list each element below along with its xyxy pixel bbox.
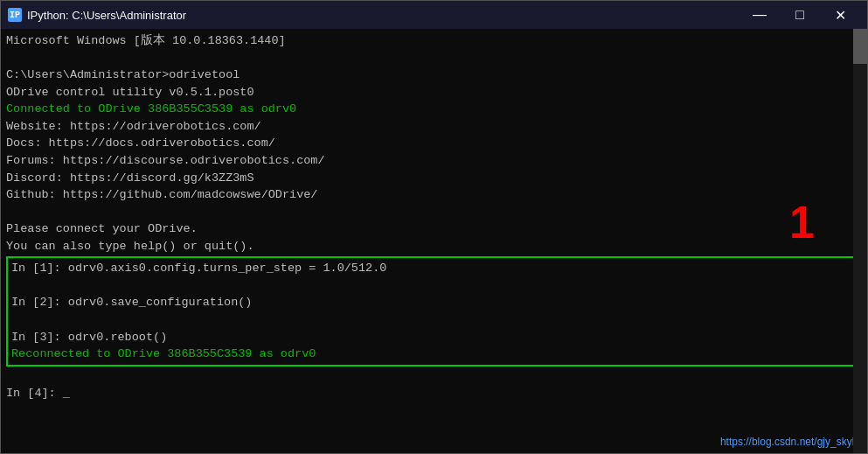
terminal-line: Website: https://odriverobotics.com/ — [6, 118, 862, 136]
terminal-line: Please connect your ODrive. — [6, 220, 862, 238]
window-controls: — □ ✕ — [740, 1, 860, 29]
terminal-line: Github: https://github.com/madcowswe/ODr… — [6, 186, 862, 204]
terminal-line-in2: In [2]: odrv0.save_configuration() — [11, 294, 850, 311]
terminal-line-in1: In [1]: odrv0.axis0.config.turns_per_ste… — [11, 260, 850, 277]
terminal-line — [11, 311, 850, 329]
window-title: IPython: C:\Users\Administrator — [27, 9, 186, 22]
watermark: https://blog.csdn.net/gjy_skybl — [720, 436, 860, 448]
terminal-line: Microsoft Windows [版本 10.0.18363.1440] — [6, 32, 862, 50]
terminal-line-connected: Connected to ODrive 386B355C3539 as odrv… — [6, 101, 862, 118]
terminal-prompt: In [4]: _ — [6, 385, 862, 402]
scrollbar[interactable] — [853, 29, 867, 453]
terminal-line-in3: In [3]: odrv0.reboot() — [11, 329, 850, 346]
close-button[interactable]: ✕ — [820, 1, 860, 29]
terminal-line: Docs: https://docs.odriverobotics.com/ — [6, 135, 862, 152]
terminal-line: Forums: https://discourse.odriverobotics… — [6, 152, 862, 170]
maximize-button[interactable]: □ — [780, 1, 820, 29]
terminal-line — [6, 50, 862, 67]
terminal-window: IP IPython: C:\Users\Administrator — □ ✕… — [0, 0, 868, 454]
terminal-line: C:\Users\Administrator>odrivetool — [6, 66, 862, 84]
terminal-line-reconnected: Reconnected to ODrive 386B355C3539 as od… — [11, 346, 850, 363]
terminal-body[interactable]: Microsoft Windows [版本 10.0.18363.1440] C… — [1, 29, 867, 453]
title-bar-left: IP IPython: C:\Users\Administrator — [8, 8, 186, 22]
terminal-line: You can also type help() or quit(). — [6, 238, 862, 255]
minimize-button[interactable]: — — [740, 1, 780, 29]
highlighted-commands-block: In [1]: odrv0.axis0.config.turns_per_ste… — [6, 256, 855, 366]
terminal-line-in4 — [6, 368, 862, 386]
scrollbar-thumb[interactable] — [853, 29, 867, 64]
title-bar: IP IPython: C:\Users\Administrator — □ ✕ — [1, 1, 867, 29]
terminal-content: Microsoft Windows [版本 10.0.18363.1440] C… — [6, 32, 862, 402]
annotation-label-1: 1 — [789, 199, 815, 245]
terminal-line — [6, 204, 862, 221]
terminal-line: ODrive control utility v0.5.1.post0 — [6, 84, 862, 101]
app-icon: IP — [8, 8, 22, 22]
terminal-line — [11, 277, 850, 295]
terminal-line: Discord: https://discord.gg/k3ZZ3mS — [6, 170, 862, 187]
